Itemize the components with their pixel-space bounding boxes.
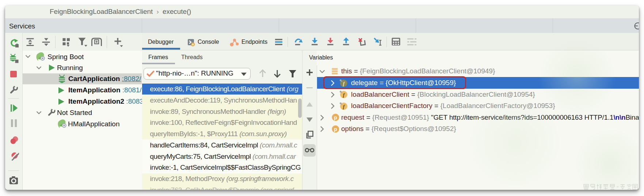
svg-text:p: p	[334, 115, 337, 120]
svg-text:p: p	[334, 126, 337, 132]
